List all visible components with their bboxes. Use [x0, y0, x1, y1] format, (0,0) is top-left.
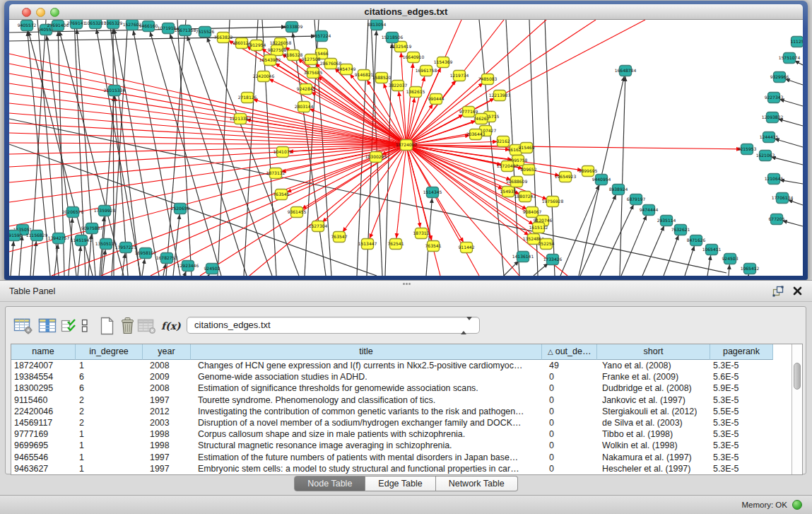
new-document-button[interactable]	[98, 316, 115, 335]
graph-node[interactable]: 1733426	[543, 255, 563, 265]
table-row[interactable]: 977716911998Corpus callosum shape and si…	[11, 428, 802, 440]
column-visibility-button[interactable]	[38, 316, 57, 335]
graph-edge[interactable]	[184, 271, 186, 276]
graph-edge[interactable]	[9, 64, 406, 145]
graph-node[interactable]: 12923446	[177, 261, 199, 271]
graph-edge[interactable]	[621, 215, 647, 276]
graph-edge[interactable]	[642, 226, 664, 276]
table-row[interactable]: 1456911722003Disruption of a novel membe…	[11, 417, 802, 428]
graph-node[interactable]: 1527304	[309, 221, 328, 232]
graph-node[interactable]: 7632621	[671, 225, 690, 235]
column-select-button[interactable]	[61, 316, 77, 335]
graph-node[interactable]: 12093832	[762, 112, 784, 123]
table-scrollbar-thumb[interactable]	[794, 363, 801, 390]
graph-edge[interactable]	[122, 253, 125, 276]
tab-node-table[interactable]: Node Table	[294, 476, 365, 491]
graph-edge[interactable]	[788, 200, 803, 205]
graph-node[interactable]: 16640910	[403, 52, 425, 63]
column-header-pagerank[interactable]: pagerank	[710, 344, 773, 360]
graph-edge[interactable]	[600, 204, 634, 276]
graph-node[interactable]: 2803144	[295, 102, 314, 112]
graph-node[interactable]: 14136141	[512, 252, 534, 262]
graph-node[interactable]: 19756928	[542, 197, 564, 207]
graph-node[interactable]: 8471626	[687, 235, 706, 246]
graph-node[interactable]: 16648784	[615, 66, 637, 76]
graph-edge[interactable]	[771, 157, 803, 165]
graph-edge[interactable]	[504, 261, 519, 276]
graph-edge[interactable]	[545, 20, 555, 276]
tab-network-table[interactable]: Network Table	[436, 476, 518, 491]
graph-node[interactable]: 252254	[539, 239, 555, 250]
graph-edge[interactable]	[534, 263, 548, 276]
graph-node[interactable]: 32162	[496, 136, 510, 147]
graph-node[interactable]: 90975887	[81, 223, 103, 234]
graph-edge[interactable]	[785, 79, 803, 85]
graph-node[interactable]: 924502	[204, 264, 220, 274]
graph-edge[interactable]	[218, 20, 230, 276]
graph-edge[interactable]	[782, 221, 803, 226]
table-selector[interactable]: citations_edges.txt	[187, 317, 480, 334]
graph-node[interactable]: 8215953	[738, 144, 757, 155]
graph-node[interactable]: 911442	[459, 243, 475, 253]
table-row[interactable]: 2242004622012Investigating the contribut…	[11, 406, 802, 417]
graph-node[interactable]: 17359928	[94, 206, 116, 216]
table-scrollbar[interactable]	[792, 344, 802, 474]
table-row[interactable]: 911546021997Tourette syndrome. Phenomeno…	[11, 395, 802, 406]
minimize-window-button[interactable]	[36, 8, 45, 17]
graph-node[interactable]: 9146821	[355, 70, 374, 81]
table-row[interactable]: 969969511998Structural magnetic resonanc…	[11, 440, 802, 451]
zoom-window-button[interactable]	[50, 8, 59, 17]
graph-node[interactable]: 677205	[769, 214, 785, 225]
graph-node[interactable]: 1065329	[104, 20, 123, 29]
graph-node[interactable]: 762541	[388, 239, 404, 250]
graph-edge[interactable]	[401, 52, 406, 145]
graph-node[interactable]: 1514345	[423, 187, 442, 198]
row-layout-button[interactable]	[79, 316, 90, 335]
column-header-name[interactable]: name	[11, 344, 76, 360]
graph-node[interactable]: 6879197	[627, 194, 646, 205]
graph-edge[interactable]	[729, 264, 729, 276]
window-titlebar[interactable]: citations_edges.txt	[9, 4, 803, 20]
graph-edge[interactable]	[775, 139, 803, 147]
graph-edge[interactable]	[685, 246, 695, 276]
network-canvas[interactable]: 1872400798601248912954182260589827508818…	[9, 20, 803, 276]
graph-edge[interactable]	[244, 20, 258, 276]
column-header-short[interactable]: short	[597, 344, 710, 360]
graph-node[interactable]: 1210645	[765, 174, 784, 185]
tab-edge-table[interactable]: Edge Table	[365, 476, 435, 491]
graph-node[interactable]: 1065411	[702, 245, 722, 255]
graph-node[interactable]: 9899695	[579, 166, 598, 177]
graph-node[interactable]: 13942757	[48, 233, 70, 244]
graph-edge[interactable]	[334, 68, 406, 145]
graph-edge[interactable]	[302, 145, 406, 209]
graph-edge[interactable]	[580, 194, 616, 276]
graph-node[interactable]: 8938924	[609, 185, 628, 195]
panel-resize-handle[interactable]	[403, 282, 411, 286]
column-header-title[interactable]: title	[191, 344, 542, 360]
graph-node[interactable]: 20206576	[62, 207, 84, 218]
graph-node[interactable]: 990444	[428, 94, 445, 105]
graph-node[interactable]: 1362615	[406, 87, 425, 98]
graph-node[interactable]: 763545	[273, 189, 290, 200]
graph-edge[interactable]	[620, 76, 625, 276]
graph-node[interactable]: 1873132	[266, 168, 286, 179]
graph-node[interactable]: 915469	[519, 143, 535, 153]
graph-node[interactable]: 1621063	[756, 151, 775, 161]
delete-button[interactable]	[119, 316, 136, 335]
close-panel-icon[interactable]	[792, 286, 804, 297]
graph-node[interactable]: 17706134	[772, 193, 794, 204]
close-window-button[interactable]	[22, 8, 31, 17]
graph-node[interactable]: 7485083	[478, 74, 498, 85]
graph-edge[interactable]	[479, 20, 504, 276]
graph-node[interactable]: 9329966	[770, 72, 789, 83]
graph-node[interactable]: 809652	[521, 165, 537, 175]
graph-edge[interactable]	[664, 235, 678, 276]
graph-node[interactable]: 18807243	[514, 192, 536, 202]
graph-edge[interactable]	[142, 259, 145, 276]
graph-node[interactable]: 16033809	[281, 22, 303, 33]
graph-edge[interactable]	[707, 255, 711, 276]
graph-node[interactable]: 2520650	[171, 204, 190, 214]
graph-edge[interactable]	[779, 99, 803, 106]
table-row[interactable]: 1830029562008Estimation of significance …	[11, 382, 802, 394]
graph-edge[interactable]	[177, 20, 192, 276]
